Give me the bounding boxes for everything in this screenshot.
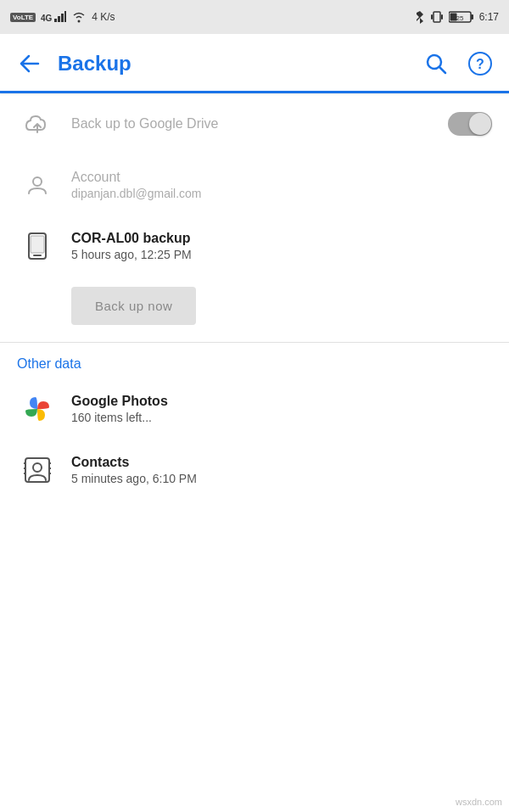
contacts-name: Contacts [71, 455, 492, 470]
svg-rect-4 [64, 11, 66, 22]
account-content: Account dipanjan.dbl@gmail.com [58, 170, 492, 200]
device-backup-content: COR-AL00 backup 5 hours ago, 12:25 PM [58, 231, 492, 261]
account-email: dipanjan.dbl@gmail.com [71, 187, 492, 200]
content-area: Back up to Google Drive Account dipanjan… [0, 93, 509, 812]
clock: 6:17 [479, 11, 499, 23]
network-speed: 4 K/s [92, 11, 115, 23]
svg-point-17 [33, 177, 42, 186]
svg-rect-1 [54, 19, 57, 22]
svg-point-5 [78, 20, 81, 23]
device-icon [17, 232, 58, 260]
status-bar: VoLTE 4G 4 K/s [0, 0, 509, 34]
battery-status: 25 [449, 11, 474, 23]
svg-text:?: ? [476, 57, 484, 71]
svg-text:25: 25 [456, 14, 463, 22]
status-left: VoLTE 4G 4 K/s [10, 10, 115, 24]
signal-4g: 4G [41, 10, 66, 24]
svg-rect-3 [61, 14, 64, 22]
backup-to-drive-content: Back up to Google Drive [58, 116, 448, 132]
svg-rect-7 [431, 14, 433, 20]
google-photos-content: Google Photos 160 items left... [58, 394, 492, 424]
back-button[interactable] [14, 48, 44, 79]
backup-to-drive-item[interactable]: Back up to Google Drive [0, 93, 509, 154]
backup-now-button[interactable]: Back up now [71, 287, 196, 325]
svg-point-22 [33, 463, 42, 472]
account-item[interactable]: Account dipanjan.dbl@gmail.com [0, 154, 509, 216]
google-photos-status: 160 items left... [71, 411, 492, 424]
watermark: wsxdn.com [456, 797, 502, 807]
contacts-item[interactable]: Contacts 5 minutes ago, 6:10 PM [0, 440, 509, 501]
backup-to-drive-label: Back up to Google Drive [71, 116, 448, 132]
contacts-content: Contacts 5 minutes ago, 6:10 PM [58, 455, 492, 485]
toggle-switch[interactable] [448, 112, 492, 136]
account-label: Account [71, 170, 492, 185]
svg-rect-8 [441, 14, 443, 20]
wifi-icon [71, 11, 87, 23]
search-button[interactable] [421, 48, 451, 79]
contacts-status: 5 minutes ago, 6:10 PM [71, 472, 492, 485]
status-right: 25 6:17 [415, 10, 499, 24]
device-name: COR-AL00 backup [71, 231, 492, 246]
volte-badge: VoLTE [10, 13, 36, 22]
svg-text:4G: 4G [41, 14, 53, 23]
account-icon [17, 173, 58, 197]
last-backup-time: 5 hours ago, 12:25 PM [71, 248, 492, 261]
page-title: Backup [58, 52, 407, 76]
contacts-icon [17, 456, 58, 484]
google-photos-item[interactable]: Google Photos 160 items left... [0, 378, 509, 440]
svg-rect-2 [58, 16, 60, 22]
help-button[interactable]: ? [465, 48, 495, 79]
bluetooth-icon [415, 10, 425, 24]
svg-line-14 [439, 67, 445, 73]
toggle-knob [469, 113, 491, 135]
app-bar: Backup ? [0, 34, 509, 93]
backup-now-container: Back up now [0, 277, 509, 342]
other-data-title: Other data [17, 356, 81, 371]
svg-rect-10 [471, 14, 473, 20]
cloud-upload-icon [17, 113, 58, 135]
device-backup-item[interactable]: COR-AL00 backup 5 hours ago, 12:25 PM [0, 216, 509, 277]
other-data-header: Other data [0, 343, 509, 378]
backup-toggle[interactable] [448, 112, 492, 136]
svg-rect-6 [433, 12, 440, 22]
google-photos-name: Google Photos [71, 394, 492, 409]
svg-rect-20 [31, 236, 44, 253]
google-photos-icon [17, 395, 58, 423]
vibrate-icon [430, 10, 444, 24]
